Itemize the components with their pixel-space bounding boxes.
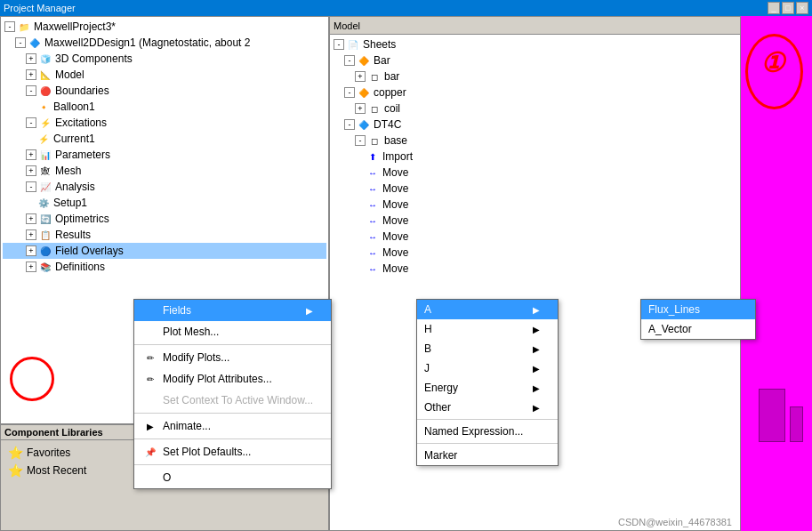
design-label: Maxwell2DDesign1 (Magnetostatic, about 2 [44, 36, 250, 49]
tree-item-move-1[interactable]: ↔ Move [332, 165, 738, 181]
tree-item-model[interactable]: + 📐 Model [3, 67, 326, 83]
expand-icon[interactable]: + [26, 213, 36, 224]
expand-icon[interactable]: + [355, 71, 366, 82]
menu-item-modify-plots[interactable]: ✏ Modify Plots... [134, 347, 331, 368]
expand-icon[interactable]: - [334, 39, 344, 50]
3d-icon: 🧊 [38, 52, 52, 66]
expand-icon[interactable]: + [26, 69, 36, 80]
tree-item-parameters[interactable]: + 📊 Parameters [3, 147, 326, 163]
tree-item-move-2[interactable]: ↔ Move [332, 181, 738, 197]
menu-item-fields[interactable]: Fields ▶ [134, 300, 331, 321]
tree-item-setup1[interactable]: ⚙️ Setup1 [3, 195, 326, 211]
tree-item-dt4c-folder[interactable]: - 🔷 DT4C [332, 117, 738, 133]
a-submenu-item-flux-lines[interactable]: Flux_Lines [641, 300, 755, 319]
menu-item-animate[interactable]: ▶ Animate... [134, 415, 331, 437]
tree-item-move-7[interactable]: ↔ Move [332, 261, 738, 277]
right-panel-titlebar: Model [330, 17, 740, 35]
tree-item-current1[interactable]: ⚡ Current1 [3, 131, 326, 147]
window-controls[interactable]: _ □ × [768, 2, 808, 14]
expand-icon[interactable]: - [344, 55, 355, 66]
expand-icon[interactable]: - [26, 117, 36, 128]
menu-item-modify-plot-attrs[interactable]: ✏ Modify Plot Attributes... [134, 368, 331, 390]
model-label: Model [55, 68, 84, 81]
setup-label: Setup1 [53, 197, 87, 209]
submenu-item-marker[interactable]: Marker [417, 446, 558, 465]
submenu-separator-2 [417, 443, 558, 444]
move-label-5: Move [382, 230, 408, 243]
expand-icon[interactable]: - [26, 181, 36, 192]
submenu-item-a[interactable]: A ▶ [417, 300, 558, 319]
star-icon: ⭐ [8, 446, 23, 460]
tree-item-move-6[interactable]: ↔ Move [332, 245, 738, 261]
tree-item-definitions[interactable]: + 📚 Definitions [3, 259, 326, 275]
menu-item-set-plot-defaults[interactable]: 📌 Set Plot Defaults... [134, 441, 331, 463]
tree-item-3d-components[interactable]: + 🧊 3D Components [3, 51, 326, 67]
minimize-button[interactable]: _ [768, 2, 780, 14]
submenu-item-b[interactable]: B ▶ [417, 339, 558, 358]
submenu-item-h[interactable]: H ▶ [417, 319, 558, 339]
expand-icon[interactable]: + [26, 53, 36, 64]
tree-item-maxwell-project[interactable]: - 📁 MaxwellProject3* [3, 19, 326, 35]
tree-item-coil[interactable]: + ◻ coil [332, 101, 738, 117]
expand-icon[interactable]: + [355, 103, 366, 114]
tree-item-bar-folder[interactable]: - 🔶 Bar [332, 52, 738, 68]
move-label-4: Move [382, 214, 408, 227]
expand-icon[interactable]: + [26, 261, 36, 272]
expand-icon[interactable]: - [26, 85, 36, 96]
import-label: Import [382, 150, 413, 163]
expand-icon[interactable]: - [355, 135, 366, 146]
field-overlays-icon: 🔵 [38, 244, 52, 258]
expand-icon[interactable]: + [26, 165, 36, 176]
tree-item-bar[interactable]: + ◻ bar [332, 68, 738, 84]
close-button[interactable]: × [796, 2, 808, 14]
tree-item-results[interactable]: + 📋 Results [3, 227, 326, 243]
move-icon-3: ↔ [366, 197, 380, 212]
other-bottom-label: O [163, 471, 171, 484]
tree-item-balloon1[interactable]: 🔸 Balloon1 [3, 99, 326, 115]
base-label: base [384, 134, 407, 147]
tree-item-base[interactable]: - ◻ base [332, 133, 738, 149]
tree-item-move-4[interactable]: ↔ Move [332, 213, 738, 229]
tree-item-sheets[interactable]: - 📄 Sheets [332, 36, 738, 52]
tree-item-optimetrics[interactable]: + 🔄 Optimetrics [3, 211, 326, 227]
model-icon: 📐 [38, 68, 52, 82]
expand-icon[interactable]: + [26, 229, 36, 240]
tree-item-move-3[interactable]: ↔ Move [332, 197, 738, 213]
other-arrow-icon: ▶ [524, 403, 540, 413]
move-icon-4: ↔ [366, 213, 380, 228]
submenu-item-named-expr[interactable]: Named Expression... [417, 422, 558, 441]
move-icon-6: ↔ [366, 245, 380, 260]
mesh-icon: 🕸 [38, 164, 52, 178]
tree-item-mesh[interactable]: + 🕸 Mesh [3, 163, 326, 179]
optimetrics-label: Optimetrics [55, 213, 109, 225]
expand-icon[interactable]: - [344, 87, 355, 98]
tree-item-copper-folder[interactable]: - 🔶 copper [332, 84, 738, 101]
bar-folder-label: Bar [374, 54, 390, 67]
annotation-number: ① [760, 47, 784, 78]
rect-shape-2 [790, 406, 803, 442]
move-label-3: Move [382, 198, 408, 211]
expand-icon[interactable]: - [344, 119, 355, 130]
expand-icon[interactable]: - [4, 21, 15, 32]
a-submenu-item-a-vector[interactable]: A_Vector [641, 319, 755, 339]
expand-icon[interactable]: - [15, 37, 26, 48]
move-label-6: Move [382, 246, 408, 259]
tree-item-analysis[interactable]: - 📈 Analysis [3, 179, 326, 195]
tree-item-excitations[interactable]: - ⚡ Excitations [3, 115, 326, 131]
tree-item-boundaries[interactable]: - 🔴 Boundaries [3, 83, 326, 99]
plot-mesh-label: Plot Mesh... [163, 326, 219, 338]
bar-folder-icon: 🔶 [357, 53, 371, 68]
maximize-button[interactable]: □ [782, 2, 794, 14]
menu-item-other-bottom[interactable]: O [134, 467, 331, 488]
tree-item-field-overlays[interactable]: + 🔵 Field Overlays [3, 243, 326, 259]
tree-item-maxwell2d[interactable]: - 🔷 Maxwell2DDesign1 (Magnetostatic, abo… [3, 35, 326, 51]
b-arrow-icon: ▶ [524, 344, 540, 354]
menu-item-plot-mesh[interactable]: Plot Mesh... [134, 321, 331, 342]
submenu-item-other[interactable]: Other ▶ [417, 398, 558, 417]
submenu-item-j[interactable]: J ▶ [417, 358, 558, 378]
expand-icon[interactable]: + [26, 245, 36, 256]
tree-item-move-5[interactable]: ↔ Move [332, 229, 738, 245]
tree-item-import[interactable]: ⬆ Import [332, 149, 738, 165]
expand-icon[interactable]: + [26, 149, 36, 160]
submenu-item-energy[interactable]: Energy ▶ [417, 378, 558, 398]
